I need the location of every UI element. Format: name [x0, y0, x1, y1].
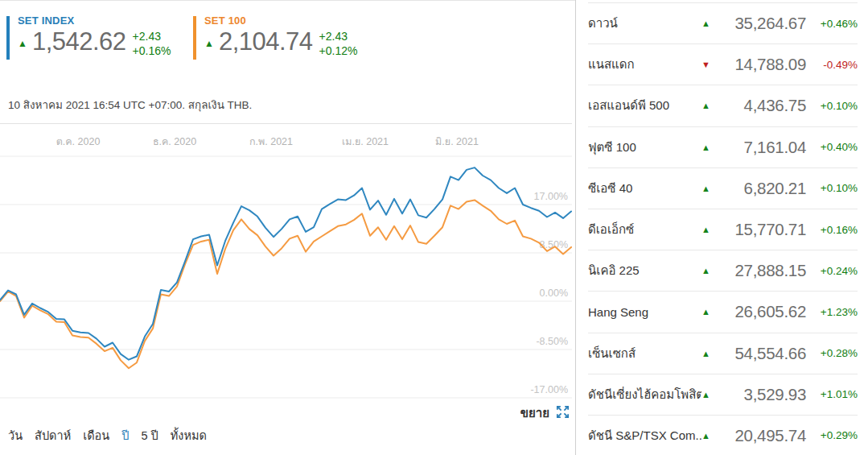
index-row-cac40[interactable]: ซีเอซี 40▲6,820.21+0.10% — [588, 168, 858, 209]
index-value: 54,554.66 — [719, 344, 806, 363]
index-row-sp500[interactable]: เอสแอนด์พี 500▲4,436.75+0.10% — [588, 85, 858, 126]
svg-text:เม.ย. 2021: เม.ย. 2021 — [342, 136, 389, 147]
index-row-nasdaq[interactable]: แนสแดก▼14,788.09-0.49% — [588, 44, 858, 85]
expand-label: ขยาย — [520, 403, 549, 423]
up-triangle-icon: ▲ — [204, 38, 214, 49]
up-triangle-icon: ▲ — [701, 143, 719, 152]
tab-day[interactable]: วัน — [8, 426, 23, 445]
index-value: 27,888.15 — [719, 261, 806, 280]
index-change-pct: +0.24% — [806, 265, 858, 277]
index-row-shanghai-composite[interactable]: ดัชนีเซี่ยงไฮ้คอมโพสิต▲3,529.93+1.01% — [588, 374, 858, 416]
set-index-change-pct: +0.16% — [133, 43, 171, 58]
expand-button[interactable]: ขยาย — [520, 403, 570, 423]
index-value: 7,161.04 — [719, 138, 806, 157]
index-value: 6,820.21 — [719, 179, 806, 198]
up-triangle-icon: ▲ — [701, 390, 719, 399]
tab-all[interactable]: ทั้งหมด — [171, 426, 207, 445]
index-change-pct: +1.01% — [806, 388, 858, 400]
set-100-change-pct: +0.12% — [319, 43, 358, 58]
up-triangle-icon: ▲ — [701, 19, 719, 28]
index-change-pct: +0.28% — [806, 347, 858, 359]
down-triangle-icon: ▼ — [701, 60, 719, 69]
index-value: 14,788.09 — [719, 55, 806, 74]
svg-text:-8.50%: -8.50% — [536, 336, 568, 347]
index-name: แนสแดก — [588, 55, 701, 74]
set-index-quote[interactable]: SET INDEX ▲ 1,542.62 +2.43 +0.16% — [6, 14, 193, 60]
svg-text:มิ.ย. 2021: มิ.ย. 2021 — [435, 136, 479, 147]
index-name: นิเคอิ 225 — [588, 261, 701, 280]
up-triangle-icon: ▲ — [701, 307, 719, 316]
index-name: ดัชนี S&P/TSX Com... — [588, 426, 701, 445]
index-name: ดัชนีเซี่ยงไฮ้คอมโพสิต — [588, 385, 701, 404]
svg-text:ก.พ. 2021: ก.พ. 2021 — [249, 136, 293, 147]
index-change-pct: +0.10% — [806, 100, 858, 112]
market-dashboard: SET INDEX ▲ 1,542.62 +2.43 +0.16% SET 10… — [0, 0, 868, 455]
up-triangle-icon: ▲ — [18, 38, 27, 49]
quote-header: SET INDEX ▲ 1,542.62 +2.43 +0.16% SET 10… — [6, 14, 380, 60]
index-row-nikkei225[interactable]: นิเคอิ 225▲27,888.15+0.24% — [588, 250, 858, 292]
set-100-quote[interactable]: SET 100 ▲ 2,104.74 +2.43 +0.12% — [193, 14, 380, 60]
index-value: 4,436.75 — [719, 96, 806, 115]
index-change-pct: +1.23% — [806, 306, 858, 318]
svg-text:17.00%: 17.00% — [534, 191, 568, 202]
tab-week[interactable]: สัปดาห์ — [35, 426, 71, 445]
index-row-sptsx-composite[interactable]: ดัชนี S&P/TSX Com...▲20,495.74+0.29% — [588, 416, 858, 455]
expand-arrows-icon — [555, 404, 570, 423]
index-name: ฟุตซี 100 — [588, 138, 701, 157]
index-name: เซ็นเซกส์ — [588, 344, 701, 363]
index-name: ดีเอเอ็กซ์ — [588, 220, 701, 239]
index-row-sensex[interactable]: เซ็นเซกส์▲54,554.66+0.28% — [588, 333, 858, 374]
svg-text:ต.ค. 2020: ต.ค. 2020 — [56, 136, 101, 147]
set-index-value: 1,542.62 — [32, 28, 126, 56]
svg-text:-17.00%: -17.00% — [530, 384, 568, 395]
set-100-changes: +2.43 +0.12% — [319, 28, 358, 58]
price-chart[interactable]: 17.00%8.50%0.00%-8.50%-17.00%ต.ค. 2020ธ.… — [0, 122, 575, 405]
index-row-dax[interactable]: ดีเอเอ็กซ์▲15,770.71+0.16% — [588, 209, 858, 250]
up-triangle-icon: ▲ — [701, 225, 719, 234]
index-name: Hang Seng — [588, 305, 701, 319]
up-triangle-icon: ▲ — [701, 101, 719, 110]
index-row-ftse100[interactable]: ฟุตซี 100▲7,161.04+0.40% — [588, 127, 858, 168]
index-change-pct: -0.49% — [806, 59, 858, 71]
set-index-change: +2.43 — [133, 29, 171, 43]
index-value: 3,529.93 — [719, 385, 806, 404]
index-value: 15,770.71 — [719, 220, 806, 239]
set-index-changes: +2.43 +0.16% — [133, 28, 171, 58]
svg-text:ธ.ค. 2020: ธ.ค. 2020 — [153, 136, 196, 147]
index-value: 35,264.67 — [719, 14, 806, 33]
svg-text:0.00%: 0.00% — [540, 287, 568, 299]
chart-timestamp: 10 สิงหาคม 2021 16:54 UTC +07:00. สกุลเง… — [8, 96, 252, 114]
tab-5year[interactable]: 5 ปี — [141, 426, 158, 445]
index-value: 20,495.74 — [719, 426, 806, 445]
world-indices-list: ดาวน์▲35,264.67+0.46%แนสแดก▼14,788.09-0.… — [588, 2, 858, 455]
index-row-hang-seng[interactable]: Hang Seng▲26,605.62+1.23% — [588, 292, 858, 333]
tab-year[interactable]: ปี — [121, 426, 129, 445]
range-tabs: วันสัปดาห์เดือนปี5 ปีทั้งหมด — [8, 426, 207, 445]
up-triangle-icon: ▲ — [701, 266, 719, 275]
chart-panel: SET INDEX ▲ 1,542.62 +2.43 +0.16% SET 10… — [0, 0, 575, 455]
index-name: ซีเอซี 40 — [588, 179, 701, 198]
index-change-pct: +0.16% — [806, 224, 858, 236]
index-row-dow[interactable]: ดาวน์▲35,264.67+0.46% — [588, 3, 858, 44]
index-value: 26,605.62 — [719, 302, 806, 321]
up-triangle-icon: ▲ — [701, 431, 719, 441]
set-100-value: 2,104.74 — [219, 28, 313, 56]
index-change-pct: +0.10% — [806, 182, 858, 194]
index-change-pct: +0.40% — [806, 141, 858, 153]
up-triangle-icon: ▲ — [701, 184, 719, 193]
index-change-pct: +0.29% — [806, 429, 858, 441]
up-triangle-icon: ▲ — [701, 349, 719, 358]
set-100-change: +2.43 — [319, 29, 358, 43]
index-name: ดาวน์ — [588, 14, 701, 33]
index-name: เอสแอนด์พี 500 — [588, 96, 701, 115]
set-100-label: SET 100 — [204, 14, 357, 27]
world-indices-panel: ดาวน์▲35,264.67+0.46%แนสแดก▼14,788.09-0.… — [575, 0, 868, 455]
index-change-pct: +0.46% — [806, 18, 858, 30]
set-index-label: SET INDEX — [18, 14, 171, 27]
tab-month[interactable]: เดือน — [83, 426, 109, 445]
